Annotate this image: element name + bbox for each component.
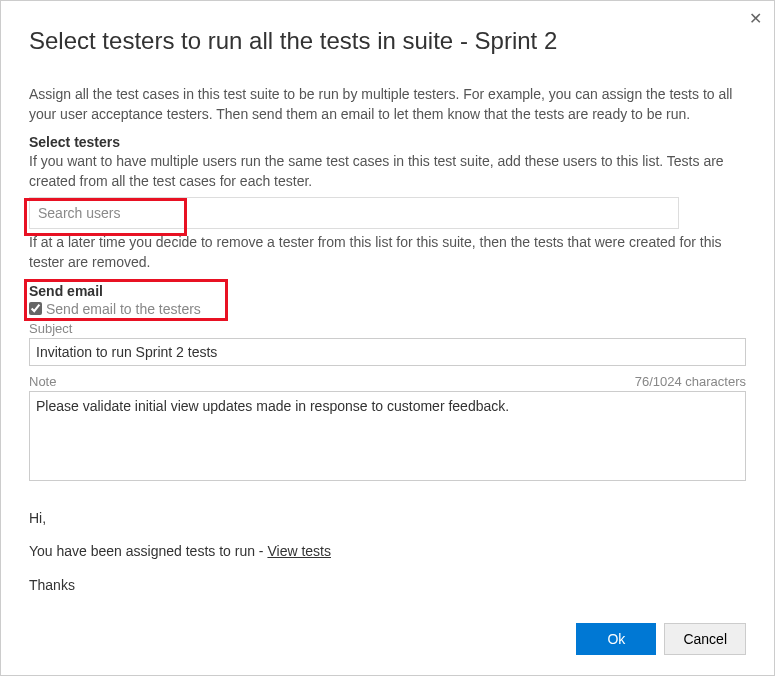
cancel-button[interactable]: Cancel (664, 623, 746, 655)
dialog-title: Select testers to run all the tests in s… (29, 27, 746, 55)
dialog-footer: Ok Cancel (576, 623, 746, 655)
preview-line-text: You have been assigned tests to run - (29, 543, 267, 559)
ok-button[interactable]: Ok (576, 623, 656, 655)
send-email-checkbox-label: Send email to the testers (46, 301, 201, 317)
close-button[interactable]: ✕ (749, 9, 762, 28)
subject-input[interactable] (29, 338, 746, 366)
view-tests-link[interactable]: View tests (267, 543, 331, 559)
intro-text: Assign all the test cases in this test s… (29, 85, 746, 124)
select-testers-dialog: ✕ Select testers to run all the tests in… (1, 1, 774, 675)
select-testers-header: Select testers (29, 134, 746, 150)
note-label: Note (29, 374, 56, 389)
preview-greeting: Hi, (29, 502, 746, 536)
send-email-checkbox[interactable] (29, 302, 42, 315)
note-textarea[interactable] (29, 391, 746, 481)
close-icon: ✕ (749, 10, 762, 27)
preview-line: You have been assigned tests to run - Vi… (29, 535, 746, 569)
select-testers-helper: If you want to have multiple users run t… (29, 152, 746, 191)
email-preview: Hi, You have been assigned tests to run … (29, 502, 746, 603)
char-count: 76/1024 characters (635, 374, 746, 389)
search-users-input[interactable] (29, 197, 679, 229)
subject-label: Subject (29, 321, 746, 336)
remove-tester-note: If at a later time you decide to remove … (29, 233, 746, 272)
preview-closing: Thanks (29, 569, 746, 603)
send-email-header: Send email (29, 283, 746, 299)
